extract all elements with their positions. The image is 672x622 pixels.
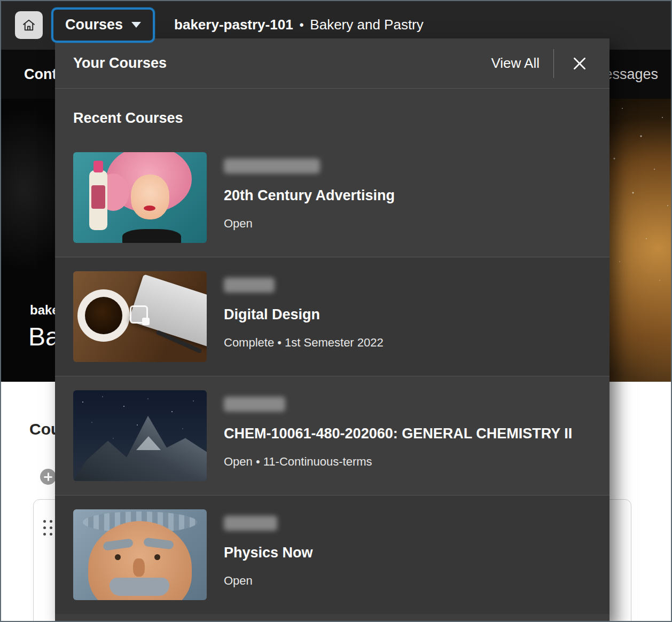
course-info: CHEM-10061-480-202060: GENERAL CHEMISTRY… <box>224 390 572 481</box>
course-id-blurred <box>224 278 275 293</box>
home-button[interactable] <box>15 11 43 39</box>
breadcrumb: bakery-pastry-101 • Bakery and Pastry <box>174 17 424 33</box>
courses-menu-button[interactable]: Courses <box>51 7 155 43</box>
course-row-digital-design[interactable]: Digital Design Complete • 1st Semester 2… <box>55 257 610 376</box>
recent-courses-heading: Recent Courses <box>73 110 610 127</box>
course-status: Open <box>224 217 395 231</box>
courses-menu-label: Courses <box>65 17 123 33</box>
course-title: 20th Century Advertising <box>224 187 395 204</box>
course-thumbnail-mountain-night <box>73 390 207 481</box>
course-thumbnail-coffee-notebook <box>73 271 207 362</box>
course-info: Digital Design Complete • 1st Semester 2… <box>224 271 384 362</box>
course-row-general-chemistry-ii[interactable]: CHEM-10061-480-202060: GENERAL CHEMISTRY… <box>55 376 610 495</box>
course-id-blurred <box>224 397 285 412</box>
recent-courses-list: 20th Century Advertising Open Digital De… <box>55 138 610 614</box>
course-title: Physics Now <box>224 545 313 561</box>
breadcrumb-separator: • <box>300 18 304 32</box>
course-info: Physics Now Open <box>224 509 313 600</box>
course-row-physics-now[interactable]: Physics Now Open <box>55 495 610 614</box>
drag-handle-icon[interactable] <box>43 520 52 536</box>
breadcrumb-course-code: bakery-pastry-101 <box>174 17 293 33</box>
chevron-down-icon <box>131 22 141 28</box>
course-thumbnail-einstein-figurine <box>73 509 207 600</box>
breadcrumb-course-title: Bakery and Pastry <box>310 17 423 33</box>
panel-header: Your Courses View All <box>55 38 610 89</box>
header-divider <box>553 49 554 78</box>
view-all-link[interactable]: View All <box>491 55 540 72</box>
course-row-20th-century-advertising[interactable]: 20th Century Advertising Open <box>55 138 610 257</box>
course-thumbnail-vintage-advertising <box>73 152 207 243</box>
course-info: 20th Century Advertising Open <box>224 152 395 243</box>
document-overlay-icon <box>130 305 148 324</box>
course-title: CHEM-10061-480-202060: GENERAL CHEMISTRY… <box>224 426 572 442</box>
close-button[interactable] <box>568 52 591 75</box>
close-icon <box>572 56 588 72</box>
your-courses-dropdown-panel: Your Courses View All Recent Courses <box>55 38 610 622</box>
course-status: Open • 11-Continuous-terms <box>224 455 572 469</box>
panel-title: Your Courses <box>73 55 167 72</box>
course-id-blurred <box>224 516 277 531</box>
course-id-blurred <box>224 159 320 174</box>
course-status: Complete • 1st Semester 2022 <box>224 336 384 350</box>
add-content-button[interactable] <box>40 469 56 485</box>
panel-header-actions: View All <box>491 49 591 78</box>
home-icon <box>21 18 36 33</box>
course-status: Open <box>224 574 313 588</box>
course-title: Digital Design <box>224 306 384 323</box>
